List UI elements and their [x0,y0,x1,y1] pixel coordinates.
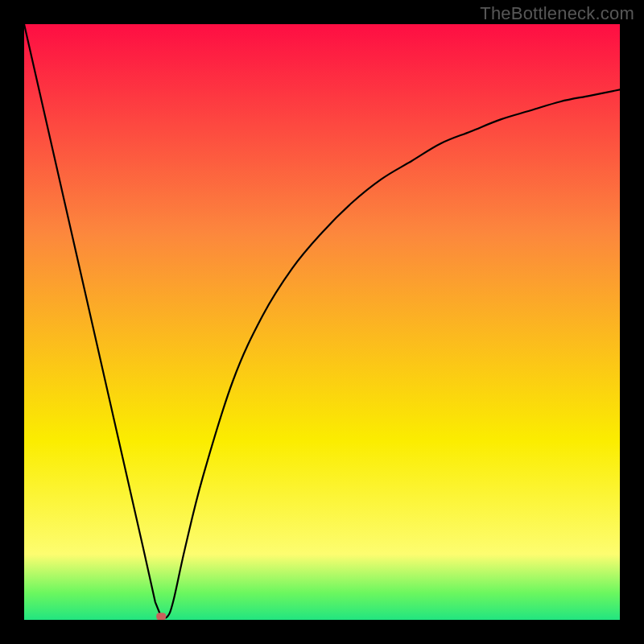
watermark-text: TheBottleneck.com [480,3,634,24]
plot-area [24,24,620,620]
chart-svg [24,24,620,620]
chart-frame: TheBottleneck.com [0,0,644,644]
minimum-marker [156,613,166,620]
gradient-background [24,24,620,620]
